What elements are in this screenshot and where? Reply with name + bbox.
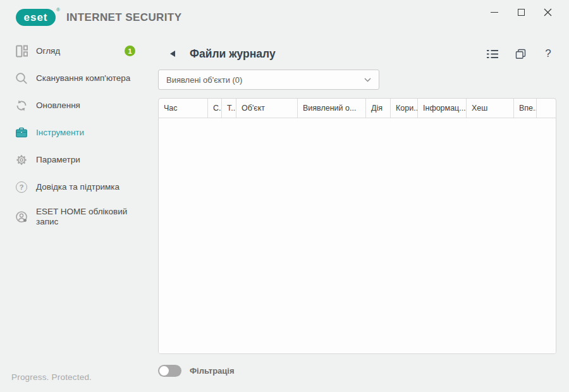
- table-header-row: Час С... Т... Об'єкт Виявлений о... Дія …: [159, 99, 556, 118]
- content-header: Файли журналу ?: [167, 44, 554, 64]
- tagline: Progress. Protected.: [11, 372, 92, 382]
- back-button[interactable]: [167, 47, 178, 60]
- tools-icon: [15, 126, 28, 139]
- sidebar-item-update[interactable]: Оновлення: [0, 92, 158, 119]
- column-header-filler: [537, 99, 556, 118]
- copy-icon[interactable]: [514, 47, 527, 60]
- scan-icon: [15, 72, 28, 85]
- close-icon: [544, 8, 552, 16]
- sidebar-item-label: Інструменти: [36, 128, 84, 138]
- filter-toggle-label: Фільтрація: [190, 366, 235, 376]
- back-arrow-icon: [170, 51, 175, 57]
- update-icon: [15, 99, 28, 112]
- log-type-dropdown[interactable]: Виявлені об'єкти (0): [158, 70, 379, 90]
- sidebar-item-computer-scan[interactable]: Сканування комп'ютера: [0, 64, 158, 92]
- sidebar-item-setup[interactable]: Параметри: [0, 146, 158, 173]
- table-body-empty: [159, 118, 556, 354]
- window-controls: [489, 6, 553, 18]
- overview-icon: [15, 45, 28, 58]
- chevron-down-icon: [364, 78, 371, 82]
- column-header-type[interactable]: Т...: [222, 99, 236, 118]
- settings-icon: [15, 154, 28, 166]
- minimize-icon: [491, 12, 498, 13]
- sidebar-item-help-support[interactable]: ? Довідка та підтримка: [0, 173, 158, 200]
- sidebar-item-label: ESET HOME обліковий запис: [36, 207, 140, 227]
- minimize-button[interactable]: [489, 7, 499, 17]
- log-list-icon[interactable]: [486, 47, 499, 60]
- log-table: Час С... Т... Об'єкт Виявлений о... Дія …: [158, 98, 556, 354]
- filter-toggle[interactable]: [158, 365, 181, 377]
- product-name: INTERNET SECURITY: [66, 11, 181, 24]
- column-header-severity[interactable]: С...: [208, 99, 222, 118]
- account-icon: [15, 211, 28, 223]
- column-header-first-seen[interactable]: Впе...: [514, 99, 537, 118]
- column-header-user[interactable]: Кори...: [391, 99, 418, 118]
- page-title: Файли журналу: [190, 47, 276, 61]
- dropdown-selected-value: Виявлені об'єкти (0): [166, 75, 242, 85]
- registered-mark: ®: [56, 7, 60, 13]
- header-icons: ?: [486, 47, 554, 60]
- help-icon: ?: [15, 181, 28, 193]
- titlebar: eset ® INTERNET SECURITY: [0, 0, 569, 35]
- sidebar-item-label: Параметри: [36, 155, 80, 165]
- sidebar-item-label: Сканування комп'ютера: [36, 73, 130, 83]
- filter-toggle-row: Фільтрація: [158, 365, 235, 377]
- sidebar-item-tools[interactable]: Інструменти: [0, 119, 158, 146]
- main-content: Файли журналу ?: [158, 35, 569, 392]
- column-header-object[interactable]: Об'єкт: [236, 99, 298, 118]
- maximize-button[interactable]: [516, 7, 526, 17]
- sidebar-item-eset-home-account[interactable]: ESET HOME обліковий запис: [0, 200, 158, 233]
- question-glyph: ?: [19, 183, 23, 191]
- column-header-detection[interactable]: Виявлений о...: [298, 99, 366, 118]
- close-button[interactable]: [542, 7, 553, 17]
- app-window: eset ® INTERNET SECURITY Огляд 1: [0, 0, 569, 392]
- sidebar-item-label: Огляд: [36, 46, 60, 56]
- eset-logo: eset ®: [16, 9, 60, 26]
- sidebar: Огляд 1 Сканування комп'ютера: [0, 35, 158, 392]
- sidebar-item-label: Довідка та підтримка: [36, 182, 119, 192]
- sidebar-item-overview[interactable]: Огляд 1: [0, 37, 158, 64]
- column-header-hash[interactable]: Хеш: [467, 99, 514, 118]
- sidebar-item-label: Оновлення: [36, 101, 80, 111]
- help-icon[interactable]: ?: [542, 47, 554, 60]
- maximize-icon: [518, 9, 525, 16]
- toggle-knob: [159, 366, 169, 376]
- column-header-time[interactable]: Час: [159, 99, 208, 118]
- eset-logo-pill: eset: [16, 9, 56, 26]
- column-header-information[interactable]: Інформац...: [418, 99, 467, 118]
- question-glyph: ?: [545, 47, 551, 60]
- column-header-action[interactable]: Дія: [366, 99, 391, 118]
- notification-badge: 1: [125, 46, 135, 56]
